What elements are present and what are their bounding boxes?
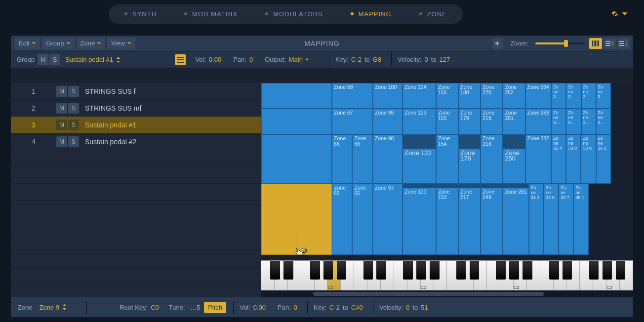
zone[interactable]: Zone 99 [373,109,402,134]
vol-value[interactable]: 0.00 [209,56,221,63]
zone[interactable]: Zone 220 [481,83,503,109]
zone[interactable]: Zone 121 [402,184,436,255]
tab-modulators[interactable]: MODULATORS [251,6,337,22]
key-low[interactable]: C-2 [351,56,362,63]
white-key[interactable] [407,261,421,290]
white-key[interactable] [554,261,567,290]
zone[interactable]: Zone 180 [458,83,481,109]
view-mode-keyboard[interactable] [589,38,602,49]
zone[interactable]: Zone 179 [458,109,481,134]
list-toggle[interactable] [175,54,186,65]
key-high[interactable]: G8 [373,56,381,63]
zone[interactable]: Zo ne 3… [551,109,566,134]
group-menu[interactable]: Group [42,38,74,49]
zone[interactable]: Zone 123 [402,109,436,134]
zone[interactable]: Zone 283 [525,109,552,134]
f-vel-high[interactable]: 51 [421,304,428,311]
zone[interactable]: Zone 178 [458,134,481,184]
zone[interactable]: Zo ne 36 2 [596,134,611,184]
zone[interactable]: Zone 100 [373,83,402,109]
white-key[interactable] [580,261,593,290]
list-row[interactable]: 2 MS STRINGS SUS mf [11,100,261,117]
pitch-button[interactable]: Pitch [204,302,226,313]
zone[interactable]: Zone 67 [332,109,373,134]
f-key-low[interactable]: C-2 [329,304,340,311]
f-vol-value[interactable]: 0.00 [253,304,266,311]
f-key-high[interactable]: C#0 [351,304,363,311]
white-key[interactable] [367,261,381,290]
tab-synth[interactable]: SYNTH [111,6,170,22]
white-key[interactable] [620,261,633,290]
zone[interactable]: Zone 122 [402,134,436,184]
h-scrollbar[interactable] [261,290,633,297]
mute-button[interactable]: M [56,86,67,97]
zone[interactable]: Zone 250 [503,134,525,184]
mute-button[interactable]: M [56,103,67,114]
group-solo[interactable]: S [49,54,60,65]
zone[interactable] [261,109,332,134]
white-key[interactable] [447,261,460,290]
piano-keyboard[interactable]: C0C1C2C3 [261,260,633,290]
zone[interactable]: Zone 284 [525,83,552,109]
white-key[interactable] [275,261,288,290]
white-key[interactable] [527,261,540,290]
zone[interactable]: Zo ne 33 8 [581,134,596,184]
white-key[interactable] [341,261,354,290]
white-key[interactable] [460,261,474,290]
solo-button[interactable]: S [68,120,79,130]
list-row[interactable]: 4 MS Sustain pedal #2 [11,133,261,150]
settings-menu[interactable] [605,6,634,21]
vel-high[interactable]: 127 [440,56,450,63]
zone[interactable]: Zone 65 [332,184,352,255]
tune-value[interactable]: -…5 [188,304,201,311]
zone[interactable]: Zone 219 [481,109,503,134]
mute-button[interactable]: M [56,136,67,147]
solo-button[interactable]: S [68,86,79,97]
view-mode-group[interactable]: G [603,38,616,49]
zone[interactable]: Zo ne 33 0 [566,134,581,184]
vel-low[interactable]: 0 [425,56,428,63]
zone[interactable]: Zo ne 32 9 [544,184,559,255]
white-key[interactable] [301,261,315,290]
zone[interactable]: Zo ne 3… [581,83,596,109]
view-mode-zone[interactable]: Z [617,38,630,49]
zone[interactable]: Zo ne 3… [581,109,596,134]
zone[interactable]: Zone 98 [373,134,402,184]
white-key[interactable] [566,261,580,290]
white-key[interactable] [434,261,447,290]
zone-name[interactable]: Zone 9 [40,304,59,311]
white-key[interactable] [315,261,328,290]
white-key[interactable] [500,261,514,290]
zone[interactable]: Zone 281 [503,184,529,255]
zone[interactable]: Zone 155 [436,109,458,134]
zone[interactable]: Zone 65 [352,184,372,255]
tab-zone[interactable]: ZONE [405,6,461,22]
zone[interactable]: Zone 249 [481,184,503,255]
zone[interactable] [261,134,332,184]
zone[interactable]: Zone 217 [458,184,481,255]
zone[interactable]: Zo ne 3… [566,109,581,134]
zone[interactable]: Zone 282 [525,134,552,184]
zone[interactable]: Zone 218 [481,134,503,184]
zone[interactable]: Zo ne 3… [551,83,566,109]
zone[interactable]: Zone 154 [436,134,458,184]
white-key[interactable] [593,261,606,290]
zone[interactable] [261,184,332,255]
view-menu[interactable]: View [107,38,135,49]
zoom-slider[interactable] [535,42,585,44]
zone[interactable]: Zone 156 [436,83,458,109]
zone[interactable]: Zo ne 31 4 [551,134,566,184]
tab-mapping[interactable]: MAPPING [337,6,405,22]
audition-button[interactable] [492,38,503,49]
zone[interactable]: Zone 68 [332,83,373,109]
white-key[interactable] [487,261,500,290]
white-key[interactable] [474,261,487,290]
zone[interactable]: Zo ne 3… [596,83,611,109]
edit-menu[interactable]: Edit [15,38,40,49]
white-key[interactable] [381,261,394,290]
pan-value[interactable]: 0 [249,56,253,63]
group-mute[interactable]: M [38,54,48,65]
white-key[interactable] [540,261,554,290]
zone[interactable]: Zone 124 [402,83,436,109]
solo-button[interactable]: S [68,103,79,114]
